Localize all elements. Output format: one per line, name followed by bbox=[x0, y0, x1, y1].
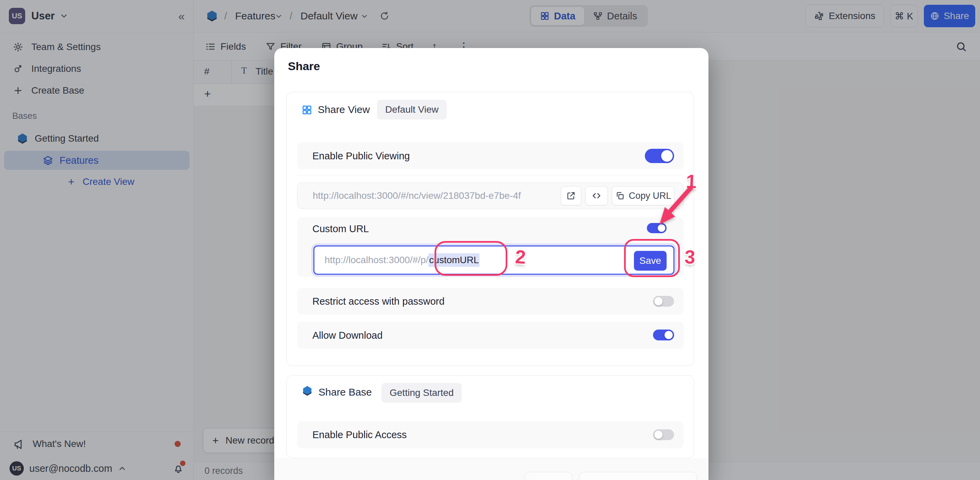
restrict-password-toggle[interactable] bbox=[653, 296, 674, 307]
enable-public-access-row: Enable Public Access bbox=[297, 421, 684, 448]
restrict-password-row: Restrict access with password bbox=[297, 288, 684, 314]
app-root: US User « Team & Settings Integrations C… bbox=[0, 0, 980, 480]
view-name-pill: Default View bbox=[377, 100, 447, 120]
modal-footer-button[interactable] bbox=[579, 472, 697, 480]
annotation-step-3: 3 bbox=[684, 246, 695, 268]
embed-code-button[interactable] bbox=[585, 186, 608, 205]
share-base-heading: Share Base bbox=[318, 386, 372, 398]
grid-icon bbox=[301, 105, 312, 115]
restrict-password-label: Restrict access with password bbox=[312, 296, 444, 307]
enable-public-viewing-row: Enable Public Viewing bbox=[297, 142, 684, 169]
modal-footer-button[interactable] bbox=[525, 472, 572, 480]
enable-public-viewing-label: Enable Public Viewing bbox=[312, 150, 410, 161]
allow-download-label: Allow Download bbox=[312, 330, 382, 341]
share-view-heading: Share View bbox=[318, 104, 370, 115]
enable-public-viewing-toggle[interactable] bbox=[645, 149, 674, 163]
code-icon bbox=[592, 191, 601, 201]
modal-title: Share bbox=[288, 60, 320, 73]
divider bbox=[297, 175, 684, 175]
external-link-icon bbox=[566, 191, 576, 201]
public-url-box: http://localhost:3000/#/nc/view/218037bd… bbox=[297, 182, 684, 209]
allow-download-toggle[interactable] bbox=[653, 330, 674, 340]
annotation-box-custom-url bbox=[434, 241, 508, 276]
public-url: http://localhost:3000/#/nc/view/218037bd… bbox=[313, 190, 521, 201]
custom-url-prefix: http://localhost:3000/#/p/ bbox=[325, 255, 428, 266]
enable-public-access-label: Enable Public Access bbox=[312, 429, 407, 440]
custom-url-label: Custom URL bbox=[312, 223, 369, 234]
annotation-arrow bbox=[651, 182, 698, 230]
enable-public-access-toggle[interactable] bbox=[653, 429, 674, 440]
modal-footer bbox=[274, 458, 708, 480]
share-base-card: Share Base Getting Started Enable Public… bbox=[286, 375, 694, 458]
base-hexagon-icon bbox=[301, 385, 313, 397]
annotation-step-2: 2 bbox=[514, 246, 527, 268]
copy-icon bbox=[615, 191, 625, 201]
allow-download-row: Allow Download bbox=[297, 322, 684, 349]
base-name-pill: Getting Started bbox=[382, 383, 462, 403]
share-view-card: Share View Default View Enable Public Vi… bbox=[286, 92, 694, 366]
open-link-button[interactable] bbox=[561, 186, 581, 205]
annotation-box-save bbox=[624, 239, 680, 277]
